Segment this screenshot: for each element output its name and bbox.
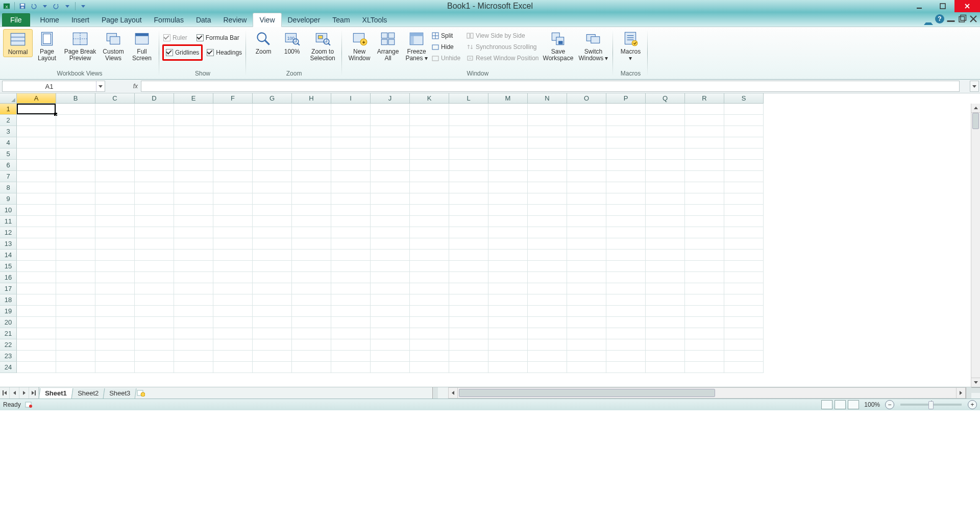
column-header[interactable]: P	[606, 93, 646, 104]
cell[interactable]	[606, 227, 646, 238]
cell[interactable]	[174, 227, 213, 238]
cell[interactable]	[685, 250, 724, 261]
cell[interactable]	[567, 126, 606, 137]
horizontal-scrollbar[interactable]	[448, 387, 966, 399]
cell[interactable]	[17, 115, 56, 126]
cell[interactable]	[646, 362, 685, 373]
cell[interactable]	[371, 216, 410, 227]
cell[interactable]	[488, 182, 528, 193]
row-header[interactable]: 2	[0, 115, 17, 126]
cell[interactable]	[292, 104, 331, 115]
full-screen-button[interactable]: Full Screen	[128, 29, 156, 63]
cell[interactable]	[528, 238, 567, 250]
cell[interactable]	[371, 272, 410, 283]
cell[interactable]	[95, 171, 135, 182]
split-button[interactable]: Split	[431, 30, 461, 41]
cell[interactable]	[646, 294, 685, 306]
cell[interactable]	[371, 283, 410, 294]
cell[interactable]	[488, 339, 528, 351]
cell[interactable]	[567, 137, 606, 148]
cell[interactable]	[371, 160, 410, 171]
cell[interactable]	[528, 115, 567, 126]
cell[interactable]	[17, 294, 56, 306]
cell[interactable]	[95, 250, 135, 261]
cell[interactable]	[292, 272, 331, 283]
cell[interactable]	[567, 306, 606, 317]
cell[interactable]	[449, 193, 488, 205]
cell[interactable]	[331, 193, 371, 205]
cell[interactable]	[488, 261, 528, 272]
cell[interactable]	[331, 205, 371, 216]
switch-windows-button[interactable]: Switch Windows ▾	[576, 29, 610, 63]
cell[interactable]	[292, 328, 331, 339]
row-header[interactable]: 10	[0, 205, 17, 216]
cell[interactable]	[488, 193, 528, 205]
cell[interactable]	[56, 205, 95, 216]
cell[interactable]	[56, 137, 95, 148]
cell[interactable]	[567, 115, 606, 126]
hide-button[interactable]: Hide	[431, 41, 461, 53]
cell[interactable]	[135, 261, 174, 272]
cell[interactable]	[606, 126, 646, 137]
cell[interactable]	[567, 317, 606, 328]
cell[interactable]	[95, 306, 135, 317]
cell[interactable]	[292, 216, 331, 227]
cell[interactable]	[567, 283, 606, 294]
column-header[interactable]: I	[331, 93, 371, 104]
cell[interactable]	[253, 339, 292, 351]
cell[interactable]	[56, 351, 95, 362]
scroll-down-icon[interactable]	[971, 378, 980, 387]
cell[interactable]	[646, 261, 685, 272]
cell[interactable]	[685, 283, 724, 294]
cell[interactable]	[724, 238, 764, 250]
cell[interactable]	[17, 148, 56, 160]
cell[interactable]	[174, 250, 213, 261]
cell[interactable]	[646, 216, 685, 227]
cell[interactable]	[488, 160, 528, 171]
ribbon-minimize-icon[interactable]	[924, 14, 933, 23]
cell[interactable]	[95, 148, 135, 160]
cell[interactable]	[56, 193, 95, 205]
cell[interactable]	[213, 171, 253, 182]
row-header[interactable]: 14	[0, 250, 17, 261]
cell[interactable]	[213, 137, 253, 148]
row-header[interactable]: 16	[0, 272, 17, 283]
cell[interactable]	[95, 227, 135, 238]
cell[interactable]	[449, 238, 488, 250]
scroll-right-icon[interactable]	[956, 388, 965, 398]
cell[interactable]	[253, 171, 292, 182]
cell[interactable]	[685, 148, 724, 160]
cell[interactable]	[685, 294, 724, 306]
cell[interactable]	[135, 148, 174, 160]
cell[interactable]	[331, 126, 371, 137]
cell[interactable]	[95, 193, 135, 205]
cell[interactable]	[17, 362, 56, 373]
cell[interactable]	[371, 261, 410, 272]
cell[interactable]	[449, 182, 488, 193]
cell[interactable]	[410, 351, 449, 362]
cell[interactable]	[724, 250, 764, 261]
cell[interactable]	[371, 362, 410, 373]
cell[interactable]	[253, 216, 292, 227]
row-header[interactable]: 6	[0, 160, 17, 171]
macros-button[interactable]: Macros ▾	[616, 29, 645, 63]
tab-team[interactable]: Team	[326, 13, 356, 27]
cell[interactable]	[56, 306, 95, 317]
cell[interactable]	[292, 193, 331, 205]
cell[interactable]	[174, 238, 213, 250]
cell[interactable]	[331, 317, 371, 328]
cell[interactable]	[17, 250, 56, 261]
cell[interactable]	[528, 205, 567, 216]
cell[interactable]	[488, 351, 528, 362]
cell[interactable]	[174, 283, 213, 294]
cell[interactable]	[606, 137, 646, 148]
cell[interactable]	[646, 205, 685, 216]
cell[interactable]	[17, 306, 56, 317]
cell[interactable]	[174, 205, 213, 216]
cell[interactable]	[410, 362, 449, 373]
cell[interactable]	[410, 182, 449, 193]
cell[interactable]	[135, 283, 174, 294]
cell[interactable]	[213, 351, 253, 362]
cell[interactable]	[253, 351, 292, 362]
tab-developer[interactable]: Developer	[282, 13, 327, 27]
